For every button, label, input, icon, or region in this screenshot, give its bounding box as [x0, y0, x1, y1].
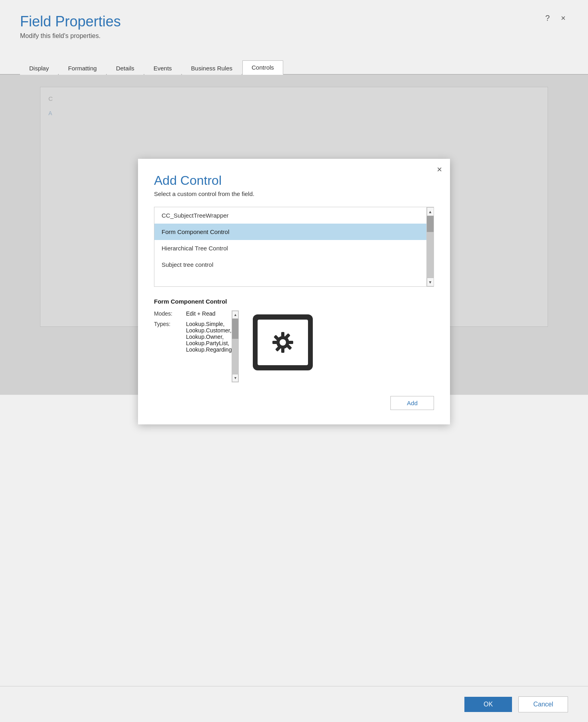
details-body: Modes: Edit + Read Types: Lookup.Simple,…	[154, 310, 434, 382]
details-title: Form Component Control	[154, 298, 434, 305]
tab-controls[interactable]: Controls	[242, 60, 283, 75]
tab-events[interactable]: Events	[144, 61, 181, 75]
window-subtitle: Modify this field's properties.	[20, 32, 568, 40]
modal-footer: Add	[154, 392, 434, 410]
details-types-row: Types: Lookup.Simple, Lookup.Customer, L…	[154, 321, 232, 353]
details-scroll-up[interactable]: ▲	[232, 311, 238, 319]
tabs-bar: Display Formatting Details Events Busine…	[0, 60, 588, 75]
ok-button[interactable]: OK	[464, 697, 512, 712]
svg-point-3	[280, 339, 286, 346]
types-value: Lookup.Simple, Lookup.Customer, Lookup.O…	[186, 321, 232, 353]
window-controls: ? ×	[543, 13, 568, 24]
modes-value: Edit + Read	[186, 310, 216, 317]
list-item-subject-tree-control[interactable]: Subject tree control	[154, 256, 426, 273]
svg-rect-5	[281, 348, 284, 353]
list-item-form-component-control[interactable]: Form Component Control	[154, 224, 426, 240]
details-scroll-container: Modes: Edit + Read Types: Lookup.Simple,…	[154, 310, 239, 382]
tab-display[interactable]: Display	[20, 61, 58, 75]
window-header: Field Properties Modify this field's pro…	[0, 0, 588, 48]
details-text-area: Modes: Edit + Read Types: Lookup.Simple,…	[154, 310, 232, 382]
control-list-items: CC_SubjectTreeWrapper Form Component Con…	[154, 207, 426, 286]
control-details: Form Component Control Modes: Edit + Rea…	[154, 298, 434, 382]
scroll-down-arrow[interactable]: ▼	[427, 278, 434, 286]
list-item-cc-subject-tree-wrapper[interactable]: CC_SubjectTreeWrapper	[154, 207, 426, 224]
details-scroll-down[interactable]: ▼	[232, 374, 238, 382]
modal-title: Add Control	[154, 173, 434, 188]
scroll-track	[427, 216, 434, 278]
cancel-button[interactable]: Cancel	[518, 696, 568, 712]
content-area: C A × Add Control Select a custom contro…	[0, 75, 588, 395]
tab-business-rules[interactable]: Business Rules	[182, 61, 242, 75]
help-button[interactable]: ?	[543, 13, 552, 24]
modal-subtitle: Select a custom control from the field.	[154, 190, 434, 197]
modal-close-button[interactable]: ×	[437, 165, 442, 174]
details-modes-row: Modes: Edit + Read	[154, 310, 232, 317]
list-scrollbar: ▲ ▼	[426, 207, 434, 286]
details-scroll-thumb	[232, 319, 238, 339]
tab-formatting[interactable]: Formatting	[59, 61, 106, 75]
add-control-modal: × Add Control Select a custom control fr…	[138, 159, 450, 424]
details-scroll-track	[232, 319, 238, 374]
list-item-hierarchical-tree-control[interactable]: Hierarchical Tree Control	[154, 240, 426, 256]
types-label: Types:	[154, 321, 186, 327]
details-scrollbar: ▲ ▼	[232, 310, 239, 382]
control-list[interactable]: CC_SubjectTreeWrapper Form Component Con…	[154, 207, 434, 287]
svg-rect-7	[272, 341, 277, 344]
tab-details[interactable]: Details	[107, 61, 144, 75]
bottom-bar: OK Cancel	[0, 686, 588, 722]
scroll-thumb	[427, 216, 434, 232]
scroll-up-arrow[interactable]: ▲	[427, 207, 434, 216]
svg-rect-6	[288, 341, 293, 344]
add-button[interactable]: Add	[390, 396, 434, 410]
control-icon-illustration	[247, 310, 319, 374]
window-title: Field Properties	[20, 13, 568, 30]
modes-label: Modes:	[154, 310, 186, 317]
main-window: Field Properties Modify this field's pro…	[0, 0, 588, 722]
close-window-button[interactable]: ×	[558, 13, 568, 24]
svg-rect-4	[281, 332, 284, 337]
